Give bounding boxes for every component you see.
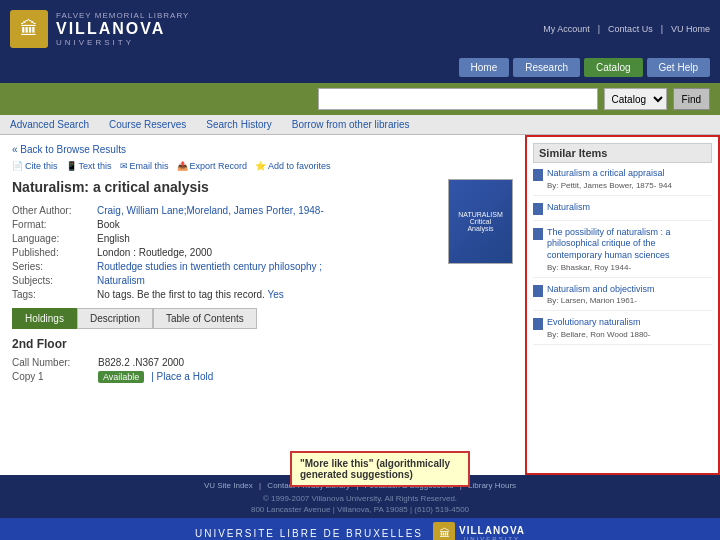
email-icon: ✉ (120, 161, 128, 171)
call-number-label: Call Number: (12, 357, 92, 368)
ulb-text: UNIVERSITE LIBRE DE BRUXELLES (195, 528, 423, 539)
similar-item-title[interactable]: Naturalism and objectivism (547, 284, 655, 296)
call-number-row: Call Number: B828.2 .N367 2000 (12, 357, 513, 368)
other-author-value[interactable]: Craig, William Lane;Moreland, James Port… (97, 205, 324, 216)
holdings-content: 2nd Floor Call Number: B828.2 .N367 2000… (12, 337, 513, 382)
action-links: 📄 Cite this 📱 Text this ✉ Email this 📤 E… (12, 161, 513, 171)
similar-item: Naturalism (533, 202, 712, 221)
search-scope-select[interactable]: Catalog (604, 88, 667, 110)
borrow-from-link[interactable]: Borrow from other libraries (292, 119, 410, 130)
description-tab[interactable]: Description (77, 308, 153, 329)
similar-item-author: By: Pettit, James Bower, 1875- 944 (547, 181, 672, 190)
logo-text: FALVEY MEMORIAL LIBRARY VILLANOVA UNIVER… (56, 11, 189, 47)
header-logo: 🏛 FALVEY MEMORIAL LIBRARY VILLANOVA UNIV… (10, 10, 189, 48)
place-hold-link[interactable]: | Place a Hold (151, 371, 213, 382)
tags-yes-link[interactable]: Yes (267, 289, 283, 300)
language-value: English (97, 233, 130, 244)
footer-logo-shield-icon: 🏛 (433, 522, 455, 540)
footer-copyright: © 1999-2007 Villanova University. All Ri… (0, 494, 720, 503)
similar-item-title[interactable]: Naturalism (547, 202, 590, 214)
similar-item-icon (533, 203, 543, 215)
copy-row: Copy 1 Available | Place a Hold (12, 371, 513, 382)
similar-item-icon (533, 285, 543, 297)
footer-hours-link[interactable]: Library Hours (468, 481, 516, 490)
tags-value: No tags. Be the first to tag this record… (97, 289, 284, 300)
footer-logo-text: VILLANOVA UNIVERSITY (459, 525, 525, 541)
similar-item-author: By: Bhaskar, Roy 1944- (547, 263, 712, 272)
content-area: « Back to Browse Results 📄 Cite this 📱 T… (0, 135, 525, 475)
similar-item: Evolutionary naturalism By: Bellare, Ron… (533, 317, 712, 345)
university-subtitle: UNIVERSITY (56, 38, 189, 47)
search-history-link[interactable]: Search History (206, 119, 272, 130)
similar-item-title[interactable]: The possibility of naturalism : a philos… (547, 227, 712, 262)
holdings-tab[interactable]: Holdings (12, 308, 77, 329)
similar-items-list: Naturalism a critical appraisal By: Pett… (533, 168, 712, 345)
published-label: Published: (12, 247, 97, 258)
subjects-label: Subjects: (12, 275, 97, 286)
subjects-row: Subjects: Naturalism (12, 275, 513, 286)
similar-item-title[interactable]: Naturalism a critical appraisal (547, 168, 672, 180)
export-link[interactable]: 📤 Export Record (177, 161, 248, 171)
get-help-button[interactable]: Get Help (647, 58, 710, 77)
copy-label: Copy 1 (12, 371, 92, 382)
table-of-contents-tab[interactable]: Table of Contents (153, 308, 257, 329)
text-icon: 📱 (66, 161, 77, 171)
subjects-value[interactable]: Naturalism (97, 275, 145, 286)
home-button[interactable]: Home (459, 58, 510, 77)
similar-items-header: Similar Items (533, 143, 712, 163)
tags-label: Tags: (12, 289, 97, 300)
text-link[interactable]: 📱 Text this (66, 161, 112, 171)
language-row: Language: English (12, 233, 436, 244)
similar-item-author: By: Bellare, Ron Wood 1880- (547, 330, 650, 339)
similar-item: Naturalism a critical appraisal By: Pett… (533, 168, 712, 196)
tooltip-box: "More like this" (algorithmically genera… (290, 451, 470, 487)
other-author-label: Other Author: (12, 205, 97, 216)
language-label: Language: (12, 233, 97, 244)
similar-item: Naturalism and objectivism By: Larsen, M… (533, 284, 712, 312)
footer-bottom: UNIVERSITE LIBRE DE BRUXELLES 🏛 VILLANOV… (0, 518, 720, 540)
available-badge: Available (98, 371, 144, 383)
search-bar: Catalog Find (0, 83, 720, 115)
course-reserves-link[interactable]: Course Reserves (109, 119, 186, 130)
nav-bar: Home Research Catalog Get Help (0, 58, 720, 83)
library-name: FALVEY MEMORIAL LIBRARY (56, 11, 189, 20)
search-input[interactable] (318, 88, 598, 110)
advanced-search-link[interactable]: Advanced Search (10, 119, 89, 130)
research-button[interactable]: Research (513, 58, 580, 77)
main-content: « Back to Browse Results 📄 Cite this 📱 T… (0, 135, 720, 475)
series-row: Series: Routledge studies in twentieth c… (12, 261, 436, 272)
catalog-button[interactable]: Catalog (584, 58, 642, 77)
sub-nav: Advanced Search Course Reserves Search H… (0, 115, 720, 135)
cite-icon: 📄 (12, 161, 23, 171)
similar-items-sidebar: Similar Items Naturalism a critical appr… (525, 135, 720, 475)
other-author-row: Other Author: Craig, William Lane;Morela… (12, 205, 436, 216)
header-links: My Account | Contact Us | VU Home (543, 24, 710, 34)
book-cover-image: NATURALISMCriticalAnalysis (448, 179, 513, 264)
find-button[interactable]: Find (673, 88, 710, 110)
availability-status: Available | Place a Hold (98, 371, 213, 382)
published-value: London : Routledge, 2000 (97, 247, 212, 258)
cite-link[interactable]: 📄 Cite this (12, 161, 58, 171)
floor-label: 2nd Floor (12, 337, 513, 351)
published-row: Published: London : Routledge, 2000 (12, 247, 436, 258)
format-row: Format: Book (12, 219, 436, 230)
tabs: Holdings Description Table of Contents (12, 308, 513, 329)
book-title: Naturalism: a critical analysis (12, 179, 513, 195)
university-name: VILLANOVA (56, 20, 189, 38)
vu-home-link[interactable]: VU Home (671, 24, 710, 34)
my-account-link[interactable]: My Account (543, 24, 590, 34)
tags-row: Tags: No tags. Be the first to tag this … (12, 289, 513, 300)
footer-site-index-link[interactable]: VU Site Index (204, 481, 253, 490)
export-icon: 📤 (177, 161, 188, 171)
series-value[interactable]: Routledge studies in twentieth century p… (97, 261, 322, 272)
details-table: Other Author: Craig, William Lane;Morela… (12, 205, 513, 300)
add-favorites-link[interactable]: ⭐ Add to favorites (255, 161, 331, 171)
similar-item: The possibility of naturalism : a philos… (533, 227, 712, 278)
similar-item-title[interactable]: Evolutionary naturalism (547, 317, 650, 329)
back-to-results-link[interactable]: « Back to Browse Results (12, 144, 126, 155)
footer-logo: 🏛 VILLANOVA UNIVERSITY (433, 522, 525, 540)
logo-shield-icon: 🏛 (10, 10, 48, 48)
email-link[interactable]: ✉ Email this (120, 161, 169, 171)
contact-us-link[interactable]: Contact Us (608, 24, 653, 34)
similar-item-icon (533, 228, 543, 240)
